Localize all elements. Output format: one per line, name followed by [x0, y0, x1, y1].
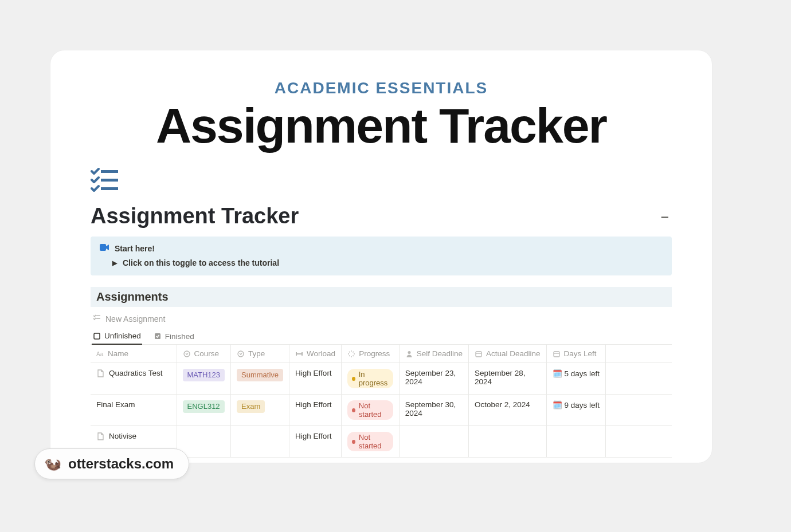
- svg-rect-6: [94, 333, 100, 339]
- self-deadline-cell: September 23, 2024: [399, 363, 468, 395]
- otter-icon: 🦦: [44, 456, 61, 472]
- callout-head: Start here!: [100, 243, 663, 254]
- page-title: Assignment Tracker: [91, 204, 299, 228]
- col-course[interactable]: Course: [177, 345, 231, 363]
- calendar-icon: [553, 350, 561, 358]
- calendar-icon: [475, 350, 483, 358]
- svg-line-20: [349, 355, 350, 356]
- svg-point-10: [238, 351, 244, 357]
- progress-status: In progress: [347, 369, 393, 388]
- progress-status: Not started: [347, 400, 393, 420]
- row-name: Quadratics Test: [109, 369, 163, 377]
- self-deadline-cell: September 30, 2024: [399, 395, 468, 426]
- svg-line-21: [353, 352, 354, 353]
- svg-rect-0: [101, 170, 118, 173]
- tab-unfinished[interactable]: Unfinished: [92, 328, 142, 345]
- svg-rect-12: [301, 352, 303, 356]
- col-self-deadline[interactable]: Self Deadline: [399, 345, 468, 363]
- section-assignments: Assignments: [91, 287, 672, 307]
- svg-rect-5: [96, 318, 100, 320]
- course-tag: ENGL312: [183, 400, 225, 413]
- actual-deadline-cell: September 28, 2024: [469, 363, 547, 395]
- svg-rect-4: [96, 316, 100, 317]
- col-extra: [606, 345, 672, 363]
- new-assignment-label: New Assignment: [105, 314, 165, 324]
- collapse-toggle[interactable]: –: [658, 208, 672, 225]
- callout-title: Start here!: [115, 244, 155, 253]
- col-actual-deadline[interactable]: Actual Deadline: [469, 345, 547, 363]
- callout-toggle-text: Click on this toggle to access the tutor…: [123, 258, 279, 267]
- actual-deadline-cell: [469, 426, 547, 458]
- tab-finished-label: Finished: [165, 332, 194, 341]
- svg-point-9: [184, 351, 190, 357]
- checklist-small-icon: [93, 314, 101, 324]
- svg-rect-7: [155, 333, 160, 339]
- days-left-cell: 🗓️9 days left: [546, 395, 606, 426]
- check-square-icon: [154, 332, 162, 340]
- tab-unfinished-label: Unfinished: [104, 332, 141, 340]
- page-icon: [96, 369, 104, 377]
- text-property-icon: Aa: [96, 350, 104, 358]
- self-deadline-cell: [399, 426, 468, 458]
- caret-right-icon: ▶: [112, 259, 117, 267]
- page-title-row: Assignment Tracker –: [91, 204, 672, 228]
- select-property-icon: [183, 350, 191, 358]
- watermark[interactable]: 🦦 otterstacks.com: [34, 448, 189, 479]
- watermark-text: otterstacks.com: [68, 456, 174, 472]
- cover-kicker: ACADEMIC ESSENTIALS: [73, 79, 689, 97]
- cover-title: Assignment Tracker: [73, 101, 689, 150]
- workload-cell: High Effort: [289, 363, 342, 395]
- app-card: ACADEMIC ESSENTIALS Assignment Tracker A…: [50, 50, 712, 463]
- callout-start-here: Start here! ▶ Click on this toggle to ac…: [91, 237, 672, 275]
- square-icon: [93, 332, 101, 340]
- new-assignment-button[interactable]: New Assignment: [91, 307, 672, 328]
- svg-rect-13: [297, 353, 301, 354]
- tabs: Unfinished Finished: [91, 328, 672, 345]
- course-tag: MATH123: [183, 369, 225, 381]
- table-header-row: AaName Course Type Worload Progress Self…: [91, 345, 672, 363]
- svg-point-22: [408, 351, 410, 354]
- col-progress[interactable]: Progress: [342, 345, 400, 363]
- col-workload[interactable]: Worload: [289, 345, 342, 363]
- content: Assignment Tracker – Start here! ▶ Click…: [50, 156, 712, 463]
- tab-finished[interactable]: Finished: [152, 328, 195, 344]
- table-row[interactable]: Final ExamENGL312ExamHigh EffortNot star…: [91, 395, 672, 426]
- table-row[interactable]: Quadratics TestMATH123SummativeHigh Effo…: [91, 363, 672, 395]
- checklist-icon: [91, 167, 119, 192]
- svg-rect-1: [101, 179, 118, 182]
- progress-status: Not started: [347, 432, 393, 451]
- svg-rect-3: [100, 244, 106, 251]
- page-icon: [96, 432, 104, 440]
- col-days-left[interactable]: Days Left: [546, 345, 606, 363]
- callout-toggle[interactable]: ▶ Click on this toggle to access the tut…: [112, 258, 663, 267]
- svg-text:Aa: Aa: [96, 351, 104, 357]
- svg-line-18: [349, 352, 350, 353]
- workload-cell: High Effort: [289, 395, 342, 426]
- dumbbell-icon: [295, 350, 303, 358]
- person-icon: [405, 350, 413, 358]
- select-property-icon: [237, 350, 245, 358]
- loading-icon: [347, 350, 355, 358]
- type-tag: Summative: [237, 369, 283, 381]
- days-left-cell: 🗓️5 days left: [546, 363, 606, 395]
- svg-rect-2: [101, 187, 118, 190]
- cover: ACADEMIC ESSENTIALS Assignment Tracker: [50, 50, 712, 156]
- actual-deadline-cell: October 2, 2024: [469, 395, 547, 426]
- days-left-cell: [546, 426, 606, 458]
- video-icon: [100, 243, 109, 254]
- svg-rect-25: [554, 352, 559, 357]
- row-name: Notivise: [109, 432, 136, 440]
- svg-rect-23: [476, 352, 481, 357]
- col-name[interactable]: AaName: [91, 345, 177, 363]
- svg-line-19: [353, 355, 354, 356]
- workload-cell: High Effort: [289, 426, 342, 458]
- col-type[interactable]: Type: [231, 345, 289, 363]
- svg-rect-11: [296, 352, 297, 356]
- type-tag: Exam: [237, 400, 265, 413]
- row-name: Final Exam: [96, 400, 135, 409]
- assignments-table: AaName Course Type Worload Progress Self…: [91, 345, 672, 458]
